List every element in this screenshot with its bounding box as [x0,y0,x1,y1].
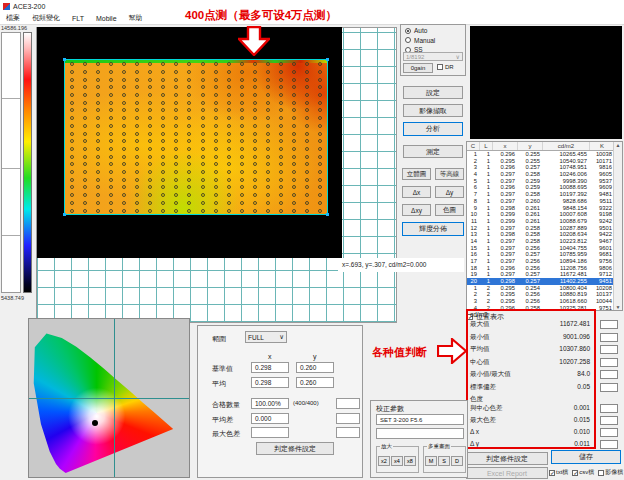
judge-condition-button[interactable]: 判定條件設定 [466,452,548,465]
range-judge-condition-button[interactable]: 判定條件設定 [256,442,334,455]
measure-point [187,162,191,166]
multiscreen-S-button[interactable]: S [438,456,450,466]
image-capture-button[interactable]: 影像擷取 [403,104,463,117]
format-checkbox-影像檔[interactable]: 影像檔 [598,468,623,477]
checkbox-icon[interactable] [437,64,443,70]
measure-point [70,185,74,189]
table-row[interactable]: 420.2960.25810325.2819751 [467,305,622,311]
settings-button[interactable]: 設定 [403,86,463,99]
pair-button-色圖[interactable]: 色圖 [435,204,464,216]
measure-point [148,85,152,89]
zoom-x2-button[interactable]: x2 [378,456,390,466]
measurement-view[interactable] [37,27,342,258]
selection-handle[interactable] [326,213,329,216]
checkbox-icon[interactable]: ✓ [549,470,555,476]
measurement-table[interactable]: CLxycd/m2K 110.2960.25510265.45510038210… [466,141,623,311]
exposure-select[interactable]: 1/8192 ∨ [403,52,463,61]
multiscreen-M-button[interactable]: M [425,456,437,466]
table-row[interactable]: 610.2960.25910088.6959609 [467,184,622,191]
table-cell: 0.254 [518,285,543,292]
table-row[interactable]: 110.2960.25510265.45510038 [467,151,622,158]
calib-empty-field[interactable] [376,428,464,439]
table-row[interactable]: 210.2950.25510540.92710171 [467,158,622,165]
table-row[interactable]: 510.2970.2599998.3909537 [467,178,622,185]
excel-report-button[interactable]: Excel Report [466,467,548,479]
table-cell: 18 [467,265,480,272]
menu-item-2[interactable]: FLT [72,15,84,22]
save-button[interactable]: 儲存 [551,450,621,464]
table-row[interactable]: 910.2980.2619848.1549322 [467,205,622,212]
menu-item-4[interactable]: 幫助 [129,13,143,23]
radio-auto[interactable]: Auto [405,27,465,35]
table-row[interactable]: 1310.2980.25810208.6349422 [467,231,622,238]
selection-handle[interactable] [63,213,66,216]
format-checkbox-csv檔[interactable]: ✓csv檔 [572,468,594,477]
table-scrollbar[interactable]: ▲ ▼ [613,142,622,310]
radio-icon[interactable] [405,28,411,34]
measure-point [240,155,244,159]
pair-button-等高線[interactable]: 等高線 [435,168,464,180]
format-checkbox-txt檔[interactable]: ✓txt檔 [549,468,568,477]
ref-y-field[interactable]: 0.260 [296,362,334,373]
table-row[interactable]: 310.2960.25710748.9519816 [467,164,622,171]
results-row: 平均值10307.860 [470,345,590,354]
gain-button[interactable]: 0gain [403,63,433,73]
table-body[interactable]: 110.2960.25510265.45510038210.2950.25510… [467,151,622,311]
table-row[interactable]: 1010.2990.26110007.6089198 [467,211,622,218]
zoom-x4-button[interactable]: x4 [391,456,403,466]
range-select[interactable]: FULL ∨ [245,331,287,343]
checkbox-icon[interactable] [598,470,604,476]
measure-point [292,116,296,120]
ref-x-field[interactable]: 0.298 [251,362,289,373]
luminance-distribution-button[interactable]: 輝度分佈 [402,222,464,236]
table-cell: 4 [467,171,480,178]
multiscreen-D-button[interactable]: D [451,456,463,466]
pair-button-立體圖[interactable]: 立體圖 [402,168,431,180]
table-row[interactable]: 1810.2960.25611208.7569806 [467,265,622,272]
table-row[interactable]: 1210.2970.25810287.8899501 [467,225,622,232]
pair-button-Δx[interactable]: Δx [402,186,431,198]
table-row[interactable]: 220.2950.25610880.81910137 [467,291,622,298]
table-row[interactable]: 710.2970.25810197.3929481 [467,191,622,198]
table-row[interactable]: 810.2970.2609828.6869511 [467,198,622,205]
table-cell: 9242 [590,218,615,225]
selection-handle[interactable] [326,58,329,61]
measure-button[interactable]: 測定 [403,145,463,158]
radio-manual[interactable]: Manual [405,36,465,44]
scroll-up-icon[interactable]: ▲ [616,142,621,148]
menu-item-3[interactable]: Mobile [96,15,117,22]
table-cell: 2 [480,285,493,292]
table-row[interactable]: 320.2950.25610618.66010044 [467,298,622,305]
table-cell: 10325.281 [543,305,590,311]
table-row[interactable]: 2010.2980.25711402.2559451 [467,278,622,285]
table-row[interactable]: 1610.2970.25710785.9599681 [467,251,622,258]
dr-checkbox[interactable]: DR [437,64,454,70]
measure-point [318,85,322,89]
zoom-x8-button[interactable]: x8 [404,456,416,466]
table-cell: 0.255 [518,158,543,165]
table-row[interactable]: 1910.2970.25711672.4819712 [467,271,622,278]
table-row[interactable]: 1510.2970.25610404.7559601 [467,245,622,252]
luminance-heatmap[interactable] [64,59,328,215]
menu-item-0[interactable]: 檔案 [6,13,20,23]
pair-button-Δy[interactable]: Δy [435,186,464,198]
menu-item-1[interactable]: 視頻變化 [32,13,60,23]
table-row[interactable]: 120.2950.25410800.40410208 [467,285,622,292]
radio-icon[interactable] [405,37,411,43]
measure-point [109,139,113,143]
table-row[interactable]: 1110.2990.26110088.6799242 [467,218,622,225]
table-row[interactable]: 1410.2970.25810223.8129467 [467,238,622,245]
calib-value-field[interactable]: SET 3-200 F5.6 [376,414,464,425]
table-row[interactable]: 1710.2970.25610894.1869756 [467,258,622,265]
pair-button-Δxy[interactable]: Δxy [402,204,431,216]
avg-y-field[interactable]: 0.260 [296,377,334,388]
analyze-button[interactable]: 分析 [403,122,463,136]
avg-x-field[interactable]: 0.298 [251,377,289,388]
table-row[interactable]: 410.2970.25810246.0069605 [467,171,622,178]
measure-point [292,201,296,205]
checkbox-icon[interactable]: ✓ [572,470,578,476]
cie-chromaticity-diagram[interactable] [28,318,190,478]
measure-point [279,85,283,89]
selection-handle[interactable] [63,58,66,61]
scroll-down-icon[interactable]: ▼ [616,304,621,310]
